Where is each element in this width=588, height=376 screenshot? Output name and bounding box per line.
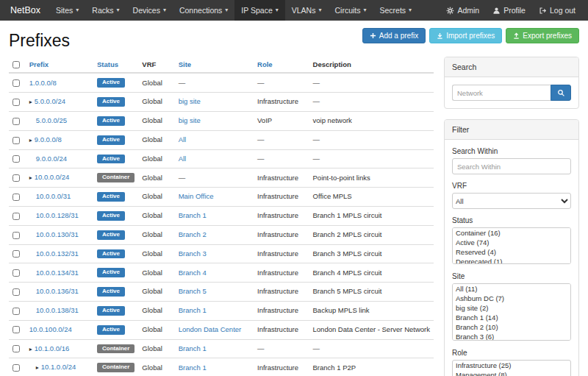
content: PrefixStatusVRFSiteRoleDescription 1.0.0… <box>0 57 588 376</box>
prefix-link[interactable]: 10.0.0.0/31 <box>36 192 71 200</box>
export-prefixes-button[interactable]: Export prefixes <box>506 28 579 43</box>
row-checkbox[interactable] <box>12 326 20 333</box>
filter-option[interactable]: Reserved (4) <box>453 247 570 257</box>
nav-item-secrets[interactable]: Secrets▾ <box>373 0 419 21</box>
column-header-site[interactable]: Site <box>175 57 254 73</box>
filter-option[interactable]: All (11) <box>453 284 570 294</box>
site-link[interactable]: Branch 1 <box>179 306 207 314</box>
nav-item-vlans[interactable]: VLANs▾ <box>285 0 329 21</box>
row-checkbox[interactable] <box>12 155 20 163</box>
prefix-link[interactable]: 10.0.0.134/31 <box>36 269 79 277</box>
prefix-link[interactable]: 9.0.0.0/24 <box>36 155 67 163</box>
prefix-link[interactable]: 10.0.0.132/31 <box>36 249 79 258</box>
site-link[interactable]: Branch 1 <box>179 363 207 372</box>
role-filter-list[interactable]: Infrastructure (25)Management (8)Private… <box>452 360 571 376</box>
action-buttons: Add a prefix Import prefixes Export pref… <box>362 28 579 43</box>
filter-option[interactable]: big site (2) <box>453 303 570 313</box>
prefix-link[interactable]: 10.1.0.0/16 <box>35 344 70 352</box>
search-within-input[interactable] <box>452 158 571 174</box>
caret-down-icon: ▾ <box>76 0 79 21</box>
prefix-link[interactable]: 10.0.100.0/24 <box>29 325 72 333</box>
expand-icon[interactable]: ▸ <box>29 137 32 143</box>
nav-item-ip-space[interactable]: IP Space▾ <box>234 0 284 21</box>
site-link[interactable]: Branch 5 <box>179 287 207 295</box>
nav-item-circuits[interactable]: Circuits▾ <box>328 0 373 21</box>
admin-link[interactable]: Admin <box>440 0 486 21</box>
row-checkbox[interactable] <box>12 137 20 144</box>
site-link[interactable]: Branch 1 <box>179 344 207 352</box>
logout-link[interactable]: Log out <box>532 0 582 21</box>
row-checkbox[interactable] <box>12 364 20 372</box>
filter-option[interactable]: Infrastructure (25) <box>453 361 570 370</box>
search-panel: Search <box>444 57 579 109</box>
table-row: 10.0.0.138/31ActiveGlobalBranch 1Infrast… <box>9 302 434 321</box>
expand-icon[interactable]: ▸ <box>29 99 32 105</box>
row-checkbox[interactable] <box>12 250 20 258</box>
filter-option[interactable]: Branch 1 (14) <box>453 313 570 322</box>
row-checkbox[interactable] <box>12 99 20 106</box>
site-link[interactable]: Branch 1 <box>179 211 207 219</box>
prefix-link[interactable]: 10.0.0.0/24 <box>35 173 70 181</box>
row-checkbox[interactable] <box>12 213 20 220</box>
prefix-link[interactable]: 10.1.0.0/24 <box>41 363 76 371</box>
row-checkbox[interactable] <box>12 288 20 296</box>
site-link[interactable]: Main Office <box>179 192 214 200</box>
site-filter-list[interactable]: All (11)Ashburn DC (7)big site (2)Branch… <box>452 283 571 341</box>
expand-icon[interactable]: ▸ <box>29 346 32 352</box>
filter-option[interactable]: Management (8) <box>453 370 570 376</box>
prefix-link[interactable]: 10.0.0.138/31 <box>36 306 79 314</box>
search-input[interactable] <box>452 85 551 101</box>
prefix-link[interactable]: 1.0.0.0/8 <box>29 79 57 87</box>
status-badge: Active <box>97 325 125 335</box>
prefix-link[interactable]: 10.0.0.136/31 <box>36 287 79 295</box>
site-link[interactable]: London Data Center <box>179 325 242 333</box>
select-all-checkbox[interactable] <box>12 61 20 68</box>
filter-option[interactable]: Active (74) <box>453 238 570 247</box>
description-cell: voip network <box>309 112 434 131</box>
prefix-link[interactable]: 10.0.0.128/31 <box>36 211 79 219</box>
row-checkbox[interactable] <box>12 308 20 315</box>
filter-option[interactable]: Branch 2 (10) <box>453 322 570 332</box>
row-checkbox[interactable] <box>12 118 20 125</box>
row-checkbox[interactable] <box>12 79 20 87</box>
status-filter-list[interactable]: Container (16)Active (74)Reserved (4)Dep… <box>452 227 571 264</box>
table-row: 10.0.0.128/31ActiveGlobalBranch 1Infrast… <box>9 207 434 226</box>
expand-icon[interactable]: ▸ <box>36 364 39 371</box>
prefix-link[interactable]: 5.0.0.0/24 <box>35 97 65 105</box>
vrf-filter-select[interactable]: All <box>452 193 571 209</box>
column-header-prefix[interactable]: Prefix <box>26 57 93 73</box>
filter-option[interactable]: Container (16) <box>453 228 570 238</box>
profile-link[interactable]: Profile <box>486 0 532 21</box>
site-link[interactable]: All <box>179 155 187 163</box>
row-checkbox[interactable] <box>12 345 20 352</box>
search-icon <box>557 89 565 97</box>
site-link[interactable]: All <box>179 135 187 143</box>
site-link[interactable]: big site <box>179 97 201 105</box>
nav-item-racks[interactable]: Racks▾ <box>85 0 126 21</box>
prefix-link[interactable]: 9.0.0.0/8 <box>35 135 62 143</box>
site-link[interactable]: Branch 4 <box>179 269 207 277</box>
brand-logo[interactable]: NetBox <box>6 0 49 21</box>
site-link[interactable]: Branch 3 <box>179 249 207 258</box>
column-header-role[interactable]: Role <box>254 57 309 73</box>
site-link[interactable]: big site <box>179 116 201 124</box>
import-prefixes-button[interactable]: Import prefixes <box>429 28 502 43</box>
column-header-status[interactable]: Status <box>93 57 138 73</box>
search-button[interactable] <box>551 85 571 101</box>
prefix-link[interactable]: 10.0.0.130/31 <box>36 230 79 238</box>
nav-item-sites[interactable]: Sites▾ <box>49 0 85 21</box>
filter-option[interactable]: Branch 3 (6) <box>453 332 570 341</box>
row-checkbox[interactable] <box>12 194 20 201</box>
filter-option[interactable]: Deprecated (1) <box>453 257 570 264</box>
row-checkbox[interactable] <box>12 232 20 239</box>
row-checkbox[interactable] <box>12 174 20 182</box>
nav-menu: Sites▾Racks▾Devices▾Connections▾IP Space… <box>49 0 418 21</box>
prefix-link[interactable]: 5.0.0.0/25 <box>36 116 67 124</box>
site-link[interactable]: Branch 2 <box>179 230 207 238</box>
row-checkbox[interactable] <box>12 269 20 277</box>
expand-icon[interactable]: ▸ <box>29 174 32 181</box>
add-prefix-button[interactable]: Add a prefix <box>362 28 426 43</box>
filter-option[interactable]: Ashburn DC (7) <box>453 294 570 303</box>
nav-item-devices[interactable]: Devices▾ <box>126 0 173 21</box>
nav-item-connections[interactable]: Connections▾ <box>173 0 234 21</box>
